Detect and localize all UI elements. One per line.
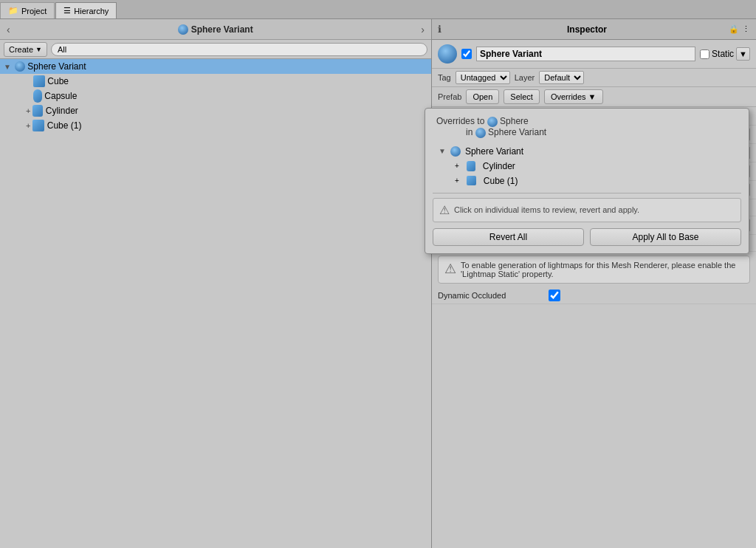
cylinder-plus-sign: + [26,106,30,115]
inspector-info-icon: ℹ [438,24,441,35]
popup-title: Overrides to Sphere in Sphere Variant [433,116,741,138]
popup-title-line1: Overrides to [436,116,487,126]
popup-cube1-icon [467,176,476,185]
static-area: Static ▼ [700,47,750,61]
layer-label: Layer [515,73,535,82]
static-dropdown-btn[interactable]: ▼ [736,47,750,61]
popup-info-text: Click on individual items to review, rev… [454,205,639,214]
hierarchy-item-cylinder[interactable]: + Cylinder [0,103,431,118]
cube-label: Cube [47,76,69,86]
popup-sphere-icon1 [487,117,498,127]
prefab-label: Prefab [438,92,461,101]
popup-info: ⚠ Click on individual items to review, r… [433,198,741,222]
popup-expand-arrow: ▼ [439,147,446,155]
nav-forward-arrow[interactable]: › [418,24,427,35]
overrides-arrow: ▼ [588,92,597,101]
capsule-icon [33,89,42,103]
popup-item-sphere-variant[interactable]: ▼ Sphere Variant [433,144,741,159]
hierarchy-item-cube1[interactable]: + Cube (1) [0,118,431,133]
lightmap-info-box: ⚠ To enable generation of lightmaps for … [438,256,750,284]
popup-sphere-label: Sphere [500,116,529,126]
hierarchy-icon: ☰ [63,6,71,16]
popup-item-cylinder[interactable]: + Cylinder [433,159,741,174]
overrides-popup: Overrides to Sphere in Sphere Variant ▼ … [425,108,749,254]
sphere-variant-label: Sphere Variant [27,61,86,72]
inspector-panel: ℹ Inspector 🔒 ⋮ Static ▼ Tag Untagged La… [432,19,756,548]
main-layout: ‹ Sphere Variant › Create ▼ ▼ Spher [0,19,756,548]
hierarchy-item-capsule[interactable]: Capsule [0,89,431,103]
project-icon: 📁 [8,6,18,16]
popup-item-cube1[interactable]: + Cube (1) [433,174,741,188]
apply-all-button[interactable]: Apply All to Base [590,228,741,246]
breadcrumb-icon [178,24,188,35]
tag-select[interactable]: Untagged [456,71,510,84]
popup-cylinder-icon [467,161,475,171]
hierarchy-item-cube[interactable]: Cube [0,74,431,89]
popup-item-sphere-label: Sphere Variant [465,146,523,157]
object-header: Static ▼ [432,40,756,69]
tag-label: Tag [438,73,451,82]
hierarchy-toolbar: Create ▼ [0,40,431,59]
open-button[interactable]: Open [466,89,499,104]
static-label: Static [712,49,734,59]
create-label: Create [9,45,33,54]
nav-back-arrow[interactable]: ‹ [4,24,13,35]
overrides-button[interactable]: Overrides ▼ [544,89,603,104]
cylinder-label: Cylinder [46,106,78,116]
popup-cube1-label: Cube (1) [484,176,518,186]
object-enabled-checkbox[interactable] [461,49,472,59]
popup-divider [433,193,741,193]
popup-cube1-plus: + [455,177,459,185]
static-checkbox[interactable] [700,49,709,59]
cube-expand [22,78,31,86]
layer-select[interactable]: Default [539,71,584,84]
popup-cylinder-label: Cylinder [483,161,515,171]
popup-variant-label: Sphere Variant [488,127,546,137]
hierarchy-content: ▼ Sphere Variant Cube Capsule [0,59,431,548]
lock-icon: 🔒 [729,24,739,34]
cube1-expand [15,122,24,130]
cube1-plus-sign: + [26,121,30,130]
capsule-label: Capsule [44,91,77,101]
capsule-expand [22,92,31,100]
inspector-header-bar: ℹ Inspector 🔒 ⋮ [432,19,756,40]
revert-all-button[interactable]: Revert All [433,228,584,246]
prop-dynamic-occluded-label: Dynamic Occluded [438,291,549,300]
hierarchy-header: ‹ Sphere Variant › [0,19,431,40]
prop-dynamic-occluded-value [549,290,750,301]
expand-arrow: ▼ [4,63,13,71]
tab-project[interactable]: 📁 Project [0,2,55,18]
lightmap-info-icon: ⚠ [444,261,456,277]
cube1-label: Cube (1) [47,120,82,131]
object-name-input[interactable] [476,47,695,61]
breadcrumb: Sphere Variant [13,24,419,35]
menu-dots-icon: ⋮ [742,24,750,34]
tag-layer-row: Tag Untagged Layer Default [432,69,756,87]
hierarchy-panel: ‹ Sphere Variant › Create ▼ ▼ Spher [0,19,432,548]
hierarchy-item-sphere-variant[interactable]: ▼ Sphere Variant [0,59,431,74]
popup-item-sphere-icon [450,146,461,157]
tab-project-label: Project [21,7,47,16]
sphere-variant-icon [15,61,25,72]
inspector-title: Inspector [445,24,729,35]
cylinder-icon [32,105,43,117]
select-button[interactable]: Select [504,89,540,104]
popup-info-icon: ⚠ [439,203,450,217]
cube-icon [33,75,45,87]
cylinder-expand [15,107,24,115]
prop-dynamic-occluded: Dynamic Occluded [432,287,756,304]
create-button[interactable]: Create ▼ [4,42,47,57]
cube1-icon [32,120,44,131]
popup-cylinder-plus: + [455,162,459,170]
breadcrumb-text: Sphere Variant [191,24,253,35]
search-input[interactable] [51,43,427,56]
lightmap-info-text: To enable generation of lightmaps for th… [461,261,743,278]
dynamic-occluded-checkbox[interactable] [549,290,560,301]
tab-bar: 📁 Project ☰ Hierarchy [0,0,756,19]
popup-in-label: in [436,127,475,137]
create-dropdown-arrow: ▼ [35,46,42,53]
popup-buttons: Revert All Apply All to Base [433,228,741,246]
tab-hierarchy[interactable]: ☰ Hierarchy [55,2,117,18]
tab-hierarchy-label: Hierarchy [74,7,109,16]
object-sphere-icon [438,44,457,64]
